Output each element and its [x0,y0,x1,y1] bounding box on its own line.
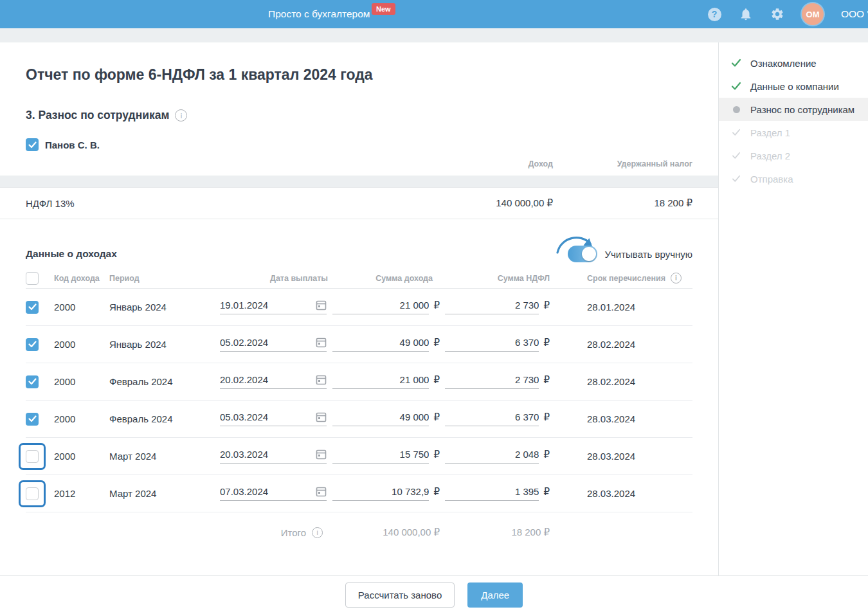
row-period: Январь 2024 [109,302,220,312]
totals-info-icon[interactable]: i [312,527,323,538]
topbar-actions: ? ОМ ООО " [707,0,868,28]
new-badge: New [372,3,395,15]
header-code: Код дохода [54,274,109,283]
currency-symbol: ₽ [543,374,550,386]
income-table-header: Код дохода Период Дата выплаты Сумма дох… [26,268,692,289]
ndfl-rate-label: НДФЛ 13% [26,198,450,209]
help-icon: ? [708,8,721,21]
row-checkbox[interactable] [26,413,39,426]
tax-amount-input[interactable] [445,337,539,348]
ndfl-summary-row: НДФЛ 13% 140 000,00 ₽ 18 200 ₽ [0,187,718,219]
due-info-icon[interactable]: i [671,273,682,284]
income-data-title: Данные о доходах [26,248,117,260]
bell-icon [739,7,753,21]
ndfl-income-value: 140 000,00 ₽ [450,197,553,209]
sidebar-item-oznakomlenie[interactable]: Ознакомление [719,51,868,75]
currency-symbol: ₽ [543,486,550,498]
row-code: 2012 [54,488,109,499]
tax-amount-input[interactable] [445,486,539,497]
sidebar-item-razdel-2[interactable]: Раздел 2 [719,144,868,167]
tax-amount-input[interactable] [445,374,539,385]
sidebar-item-otpravka[interactable]: Отправка [719,167,868,190]
check-icon [732,129,741,136]
sidebar-item-label: Разнос по сотрудникам [750,104,854,115]
income-amount-input[interactable] [332,486,429,497]
sidebar-item-label: Раздел 2 [750,150,790,161]
summary-col-tax: Удержанный налог [553,159,692,168]
sidebar-item-label: Раздел 1 [750,127,790,138]
header-period: Период [109,274,220,283]
row-checkbox[interactable] [26,338,39,351]
row-checkbox[interactable] [26,450,39,463]
sidebar-item-label: Ознакомление [750,58,817,69]
currency-symbol: ₽ [433,374,440,386]
calendar-icon[interactable] [316,486,327,497]
employee-row: Панов С. В. [26,138,692,151]
settings-button[interactable] [770,7,784,21]
checkbox-check-icon [28,341,37,348]
income-amount-input[interactable] [332,300,429,311]
pay-date-input[interactable] [220,374,297,385]
checkbox-check-icon [28,415,37,422]
tax-amount-input[interactable] [445,411,539,422]
sidebar-item-label: Отправка [750,174,793,185]
notifications-button[interactable] [739,7,753,21]
help-button[interactable]: ? [707,7,721,21]
employee-checkbox[interactable] [26,138,39,151]
topbar: Просто с бухгалтером New ? ОМ ООО " [0,0,868,28]
divider-band [0,176,718,187]
header-due: Срок перечисления [587,274,665,283]
calendar-icon[interactable] [316,449,327,460]
sidebar-item-razdel-1[interactable]: Раздел 1 [719,121,868,144]
income-amount-input[interactable] [332,411,429,422]
summary-col-income: Доход [450,159,553,168]
tax-amount-input[interactable] [445,449,539,460]
sidebar-item-label: Данные о компании [750,81,839,92]
org-name[interactable]: ООО " [841,8,868,20]
check-icon [731,82,741,91]
sidebar-item-dannye-o-kompanii[interactable]: Данные о компании [719,75,868,98]
section-info-icon[interactable]: i [175,109,187,122]
table-row: 2000 Январь 2024 ₽ ₽ 28.01.2024 [26,289,692,326]
row-period: Март 2024 [109,451,220,462]
row-code: 2000 [54,302,109,312]
income-amount-input[interactable] [332,374,429,385]
income-amount-input[interactable] [332,337,429,348]
header-income: Сумма дохода [328,274,440,283]
check-icon [731,59,741,68]
calendar-icon[interactable] [316,411,327,422]
row-due-date: 28.01.2024 [550,302,692,312]
row-due-date: 28.02.2024 [550,339,692,350]
currency-symbol: ₽ [543,449,550,460]
avatar[interactable]: ОМ [802,3,824,25]
toggle-knob [582,247,596,261]
manual-toggle[interactable] [568,246,597,262]
row-checkbox[interactable] [26,487,39,500]
pay-date-input[interactable] [220,411,297,422]
row-due-date: 28.03.2024 [550,488,692,499]
recalculate-button[interactable]: Рассчитать заново [345,582,455,608]
pay-date-input[interactable] [220,337,297,348]
sidebar-item-raznos-po-sotrudnikam[interactable]: Разнос по сотрудникам [719,98,868,121]
calendar-icon[interactable] [316,374,327,385]
row-checkbox[interactable] [26,301,39,314]
ndfl-tax-value: 18 200 ₽ [553,197,692,209]
row-checkbox[interactable] [26,375,39,388]
pay-date-input[interactable] [220,449,297,460]
check-icon [732,152,741,159]
tax-amount-input[interactable] [445,300,539,311]
calendar-icon[interactable] [316,337,327,348]
table-row: 2000 Март 2024 ₽ ₽ 28.03.2024 [26,438,692,475]
next-button[interactable]: Далее [467,582,523,608]
totals-row: Итого i 140 000,00 ₽ 18 200 ₽ [26,518,692,546]
select-all-checkbox[interactable] [26,272,39,285]
checkbox-check-icon [28,378,37,385]
income-amount-input[interactable] [332,449,429,460]
calendar-icon[interactable] [316,300,327,311]
checkbox-check-icon [28,303,37,311]
currency-symbol: ₽ [543,337,550,348]
pay-date-input[interactable] [220,486,297,497]
check-icon [732,175,741,183]
app-title: Просто с бухгалтером [268,8,370,20]
pay-date-input[interactable] [220,300,297,311]
